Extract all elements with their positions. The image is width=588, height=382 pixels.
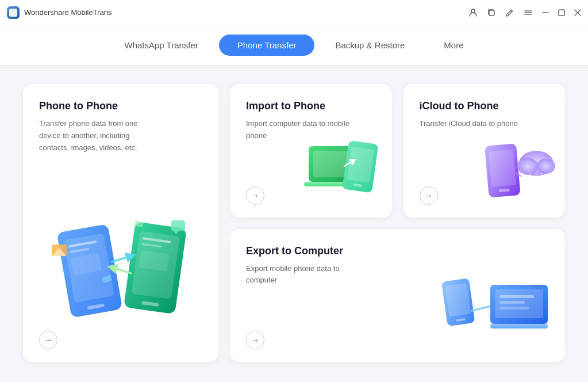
svg-rect-19 [141,243,162,248]
svg-rect-16 [131,231,180,299]
svg-line-39 [529,173,531,179]
svg-rect-25 [102,275,112,284]
svg-rect-49 [499,307,529,310]
svg-line-41 [540,174,542,179]
svg-rect-21 [52,245,67,256]
title-bar-left: Wondershare MobileTrans [7,6,112,19]
icloud-to-phone-illustration [482,135,559,212]
svg-marker-22 [52,248,67,256]
card-import-to-phone-title: Import to Phone [246,100,376,112]
export-to-computer-illustration [439,276,554,356]
app-icon [7,6,20,19]
svg-line-40 [535,174,536,181]
card-export-to-computer[interactable]: Export to Computer Export mobile phone d… [230,229,565,362]
copy-icon[interactable] [487,8,496,17]
card-phone-to-phone-desc: Transfer phone data from one device to a… [39,118,154,154]
nav-more[interactable]: More [425,35,482,56]
svg-rect-14 [71,254,102,276]
nav-backup-restore[interactable]: Backup & Restore [317,35,423,56]
svg-rect-46 [495,289,543,318]
svg-rect-26 [134,220,144,227]
svg-rect-10 [64,234,114,303]
svg-rect-6 [559,10,564,16]
title-bar-controls [468,8,581,17]
card-phone-to-phone[interactable]: Phone to Phone Transfer phone data from … [23,84,218,362]
svg-rect-31 [347,146,374,182]
card-export-to-computer-title: Export to Computer [246,245,549,257]
svg-rect-47 [499,295,534,298]
card-icloud-to-phone[interactable]: iCloud to Phone Transfer iCloud data to … [403,84,566,217]
nav-whatsapp-transfer[interactable]: WhatsApp Transfer [106,35,216,56]
svg-rect-35 [499,188,510,192]
svg-rect-13 [69,247,89,253]
account-icon[interactable] [468,8,478,17]
svg-point-36 [519,151,554,176]
main-content: Phone to Phone Transfer phone data from … [0,66,588,380]
svg-rect-9 [57,224,123,318]
svg-point-0 [471,9,475,13]
card-icloud-to-phone-arrow[interactable]: → [420,186,438,205]
nav-phone-transfer[interactable]: Phone Transfer [219,35,315,56]
svg-rect-29 [304,182,365,186]
svg-rect-44 [456,318,465,322]
svg-rect-34 [489,149,516,187]
card-phone-to-phone-title: Phone to Phone [39,100,202,112]
svg-marker-24 [174,231,179,234]
svg-rect-45 [490,285,548,324]
svg-rect-12 [68,240,97,248]
card-export-to-computer-desc: Export mobile phone data to computer [246,263,361,287]
svg-rect-28 [313,151,356,177]
svg-rect-33 [485,143,521,197]
svg-rect-20 [139,250,170,272]
svg-point-38 [537,159,555,174]
svg-rect-48 [499,301,525,304]
nav-bar: WhatsApp Transfer Phone Transfer Backup … [0,25,588,66]
app-title: Wondershare MobileTrans [24,8,112,17]
menu-icon[interactable] [524,8,533,17]
svg-rect-50 [490,324,548,328]
maximize-button[interactable] [558,9,565,16]
svg-rect-15 [124,221,187,314]
svg-rect-18 [143,237,171,243]
svg-rect-11 [87,303,105,310]
card-icloud-to-phone-desc: Transfer iCloud data to phone [420,118,535,130]
card-import-to-phone[interactable]: Import to Phone Import computer data to … [230,84,392,217]
edit-icon[interactable] [505,8,514,17]
svg-rect-23 [171,220,185,231]
card-icloud-to-phone-title: iCloud to Phone [420,100,549,112]
svg-rect-17 [141,301,159,307]
svg-point-37 [517,158,538,175]
svg-rect-42 [441,278,475,326]
card-export-to-computer-arrow[interactable]: → [246,331,264,349]
svg-rect-1 [489,10,494,16]
svg-rect-43 [445,283,471,317]
close-button[interactable] [574,9,581,16]
import-to-phone-illustration [303,129,386,212]
svg-rect-30 [342,140,378,193]
phone-to-phone-illustration [46,193,195,327]
title-bar: Wondershare MobileTrans [0,0,588,25]
card-phone-to-phone-arrow[interactable]: → [39,331,57,349]
svg-rect-27 [309,146,360,182]
minimize-button[interactable] [542,9,549,16]
svg-rect-32 [353,183,362,186]
card-import-to-phone-arrow[interactable]: → [246,186,264,205]
